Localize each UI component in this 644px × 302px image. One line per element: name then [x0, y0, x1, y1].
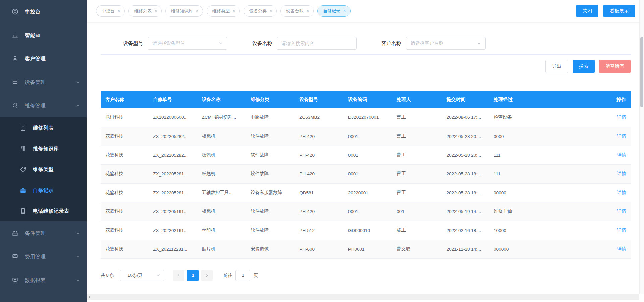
close-icon[interactable]: × [118, 9, 120, 13]
table-cell-actions: 详情 [600, 183, 631, 202]
sidebar-item-repair[interactable]: 维修管理 [0, 94, 87, 117]
detail-link[interactable]: 详情 [617, 209, 626, 214]
close-icon[interactable]: × [155, 9, 157, 13]
tab-2[interactable]: 维修列表× [128, 5, 162, 17]
table-row: 花篮科技ZX_202112281...贴片机安装调试PH-600PH0001曹文… [101, 240, 631, 258]
table-cell: QD581 [294, 183, 343, 202]
next-page-button[interactable] [201, 270, 213, 281]
table-row: 花篮科技ZX_202202161...丝印机软件故障PH-512GD000010… [101, 221, 631, 240]
table-cell: PH0001 [343, 240, 392, 258]
close-icon[interactable]: × [233, 9, 235, 13]
detail-link[interactable]: 详情 [617, 228, 626, 233]
close-button[interactable]: 关闭 [576, 5, 598, 17]
sidebar-item-knowledge-base[interactable]: 维修知识库 [0, 138, 87, 159]
tab-1[interactable]: 中控台× [96, 5, 125, 17]
sidebar-item-devices[interactable]: 设备管理 [0, 70, 87, 94]
detail-link[interactable]: 详情 [617, 171, 626, 176]
table-cell: 10000 [489, 221, 600, 240]
page-number-button[interactable]: 1 [187, 270, 199, 281]
detail-link[interactable]: 详情 [617, 152, 626, 157]
device-model-label: 设备型号 [123, 40, 143, 47]
sidebar-item-reports[interactable]: 数据报表 [0, 268, 87, 292]
detail-link[interactable]: 详情 [617, 134, 626, 139]
sidebar-item-spare-parts[interactable]: 备件管理 [0, 221, 87, 245]
table-cell: 曹工 [392, 127, 442, 146]
sidebar-item-label: 维修类型 [33, 166, 80, 173]
table-cell: 杨工 [392, 221, 442, 240]
device-model-select[interactable]: 请选择设备型号 [148, 37, 227, 50]
dashboard-icon [11, 8, 19, 15]
close-icon[interactable]: × [270, 9, 272, 13]
detail-link[interactable]: 详情 [617, 190, 626, 195]
device-model-field: 设备型号 请选择设备型号 [123, 37, 227, 50]
bar-chart-icon [11, 32, 19, 39]
sidebar-item-label: 维修知识库 [33, 146, 80, 152]
customer-name-select[interactable]: 请选择客户名称 [406, 37, 486, 50]
sidebar-item-label: 数据报表 [25, 277, 76, 284]
device-name-input[interactable] [277, 37, 357, 50]
table-cell: 花篮科技 [101, 183, 148, 202]
scroll-left-arrow-icon[interactable] [87, 294, 92, 300]
search-button[interactable]: 搜索 [573, 60, 595, 73]
tab-6[interactable]: 设备台账× [280, 5, 314, 17]
vertical-scrollbar-thumb[interactable] [640, 37, 643, 107]
tab-3[interactable]: 维修知识库× [165, 5, 203, 17]
toolbox-icon [19, 187, 27, 194]
export-button[interactable]: 导出 [545, 60, 568, 73]
detail-link[interactable]: 详情 [617, 115, 626, 120]
detail-link[interactable]: 详情 [617, 246, 626, 251]
horizontal-scrollbar[interactable] [87, 294, 639, 300]
sidebar-item-phone-repair-records[interactable]: 电话维修记录表 [0, 201, 87, 221]
section-divider [101, 54, 631, 55]
table-cell-actions: 详情 [600, 127, 631, 146]
column-header: 自修单号 [148, 91, 197, 108]
sidebar-item-console[interactable]: 中控台 [0, 0, 87, 23]
table-cell: 曹工 [392, 146, 442, 164]
table-cell: 花篮科技 [101, 221, 148, 240]
chevron-down-icon [76, 80, 80, 85]
sidebar-item-customers[interactable]: 客户管理 [0, 47, 87, 70]
tab-4[interactable]: 维修类型× [207, 5, 240, 17]
close-icon[interactable]: × [196, 9, 198, 13]
tab-7[interactable]: 自修记录× [317, 5, 351, 17]
sidebar-item-repair-types[interactable]: 维修类型 [0, 159, 87, 180]
table-cell: ZX_202205282... [148, 127, 197, 146]
chevron-down-icon [76, 231, 80, 236]
topbar: 中控台×维修列表×维修知识库×维修类型×设备分类×设备台账×自修记录× 关闭 看… [87, 0, 644, 22]
table-cell: ZX_202112281... [148, 240, 197, 258]
table-cell: ZX_202205282... [148, 146, 197, 164]
sidebar-item-repair-list[interactable]: 维修列表 [0, 117, 87, 138]
goto-page-input[interactable] [235, 270, 250, 281]
clear-all-button[interactable]: 清空所有 [599, 60, 631, 73]
chevron-down-icon [218, 41, 223, 46]
column-header: 操作 [600, 91, 631, 108]
table-cell: 软件故障 [246, 164, 294, 183]
table-cell: 软件故障 [246, 221, 294, 240]
vertical-scrollbar[interactable] [639, 0, 644, 294]
table-row: 花篮科技ZX_202205282...板翘机软件故障PH-4200001曹工20… [101, 146, 631, 164]
table-cell: 2021-12-28 14:... [442, 240, 489, 258]
table-cell: ZX_202205281... [148, 183, 197, 202]
column-header: 处理经过 [489, 91, 600, 108]
page-size-select[interactable]: 10条/页 [120, 270, 164, 281]
sidebar-item-bi[interactable]: 智能BI [0, 23, 87, 47]
table-cell: 安装调试 [246, 240, 294, 258]
table-cell-actions: 详情 [600, 146, 631, 164]
table-cell: 0001 [343, 146, 392, 164]
table-cell: 软件故障 [246, 127, 294, 146]
table-cell: 0001 [343, 164, 392, 183]
sidebar-item-self-repair-records[interactable]: 自修记录 [0, 180, 87, 201]
table-cell: ZX_202202161... [148, 221, 197, 240]
table-cell: 花篮科技 [101, 146, 148, 164]
prev-page-button[interactable] [173, 270, 184, 281]
topbar-actions: 关闭 看板展示 [576, 5, 635, 17]
column-header: 提交时间 [442, 91, 489, 108]
phone-icon [19, 207, 27, 215]
chevron-down-icon [477, 41, 481, 46]
close-icon[interactable]: × [307, 9, 309, 13]
table-row: 花篮科技ZX_202205281...五轴数控工具...设备私服器故障QD581… [101, 183, 631, 202]
tab-5[interactable]: 设备分类× [244, 5, 277, 17]
close-icon[interactable]: × [343, 9, 346, 13]
sidebar-item-fees[interactable]: 费用管理 [0, 245, 87, 268]
board-display-button[interactable]: 看板展示 [603, 5, 635, 17]
